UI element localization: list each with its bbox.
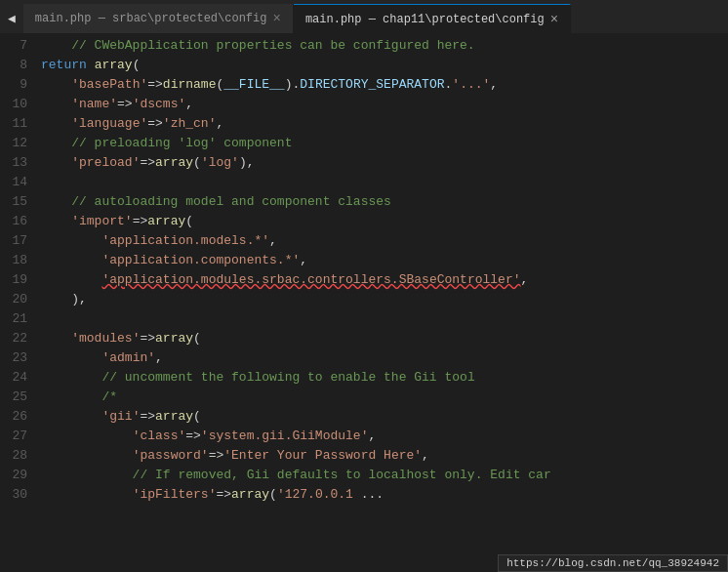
line-content-29: // If removed, Gii defaults to localhost…	[37, 466, 728, 485]
code-line-16: 16 'import'=>array(	[0, 212, 728, 231]
line-content-27: 'class'=>'system.gii.GiiModule',	[37, 427, 728, 446]
line-num-17: 17	[0, 231, 37, 251]
line-content-17: 'application.models.*',	[37, 231, 728, 251]
line-num-25: 25	[0, 388, 37, 407]
line-num-24: 24	[0, 368, 37, 388]
line-num-10: 10	[0, 95, 37, 114]
line-num-22: 22	[0, 329, 37, 348]
code-line-9: 9 'basePath'=>dirname(__FILE__).DIRECTOR…	[0, 75, 728, 95]
code-line-24: 24 // uncomment the following to enable …	[0, 368, 728, 388]
code-line-27: 27 'class'=>'system.gii.GiiModule',	[0, 427, 728, 446]
line-num-18: 18	[0, 251, 37, 270]
tab-bar: ◀ main.php — srbac\protected\config × ma…	[0, 0, 728, 34]
line-content-18: 'application.components.*',	[37, 251, 728, 270]
code-line-15: 15 // autoloading model and component cl…	[0, 192, 728, 212]
line-content-24: // uncomment the following to enable the…	[37, 368, 728, 388]
line-num-11: 11	[0, 114, 37, 134]
url-bar: https://blog.csdn.net/qq_38924942	[498, 554, 728, 572]
line-content-23: 'admin',	[37, 348, 728, 368]
code-line-20: 20 ),	[0, 290, 728, 309]
line-content-11: 'language'=>'zh_cn',	[37, 114, 728, 134]
line-content-12: // preloading 'log' component	[37, 134, 728, 153]
line-num-16: 16	[0, 212, 37, 231]
tab-chap11-label: main.php — chap11\protected\config	[305, 13, 545, 26]
code-line-29: 29 // If removed, Gii defaults to localh…	[0, 466, 728, 485]
code-line-30: 30 'ipFilters'=>array('127.0.0.1 ...	[0, 485, 728, 505]
line-content-30: 'ipFilters'=>array('127.0.0.1 ...	[37, 485, 728, 505]
line-num-23: 23	[0, 348, 37, 368]
line-num-20: 20	[0, 290, 37, 309]
tab-chap11[interactable]: main.php — chap11\protected\config ×	[294, 4, 571, 33]
code-line-23: 23 'admin',	[0, 348, 728, 368]
line-num-27: 27	[0, 427, 37, 446]
line-content-22: 'modules'=>array(	[37, 329, 728, 348]
code-line-10: 10 'name'=>'dscms',	[0, 95, 728, 114]
code-area: 7 // CWebApplication properties can be c…	[0, 34, 728, 572]
line-num-14: 14	[0, 173, 37, 192]
line-num-26: 26	[0, 407, 37, 427]
code-line-18: 18 'application.components.*',	[0, 251, 728, 270]
code-line-12: 12 // preloading 'log' component	[0, 134, 728, 153]
code-line-14: 14	[0, 173, 728, 192]
line-content-8: return array(	[37, 56, 728, 75]
code-line-11: 11 'language'=>'zh_cn',	[0, 114, 728, 134]
code-line-22: 22 'modules'=>array(	[0, 329, 728, 348]
code-line-25: 25 /*	[0, 388, 728, 407]
back-arrow-button[interactable]: ◀	[0, 4, 23, 33]
code-line-8: 8 return array(	[0, 56, 728, 75]
code-line-17: 17 'application.models.*',	[0, 231, 728, 251]
editor-container: ◀ main.php — srbac\protected\config × ma…	[0, 0, 728, 572]
code-line-13: 13 'preload'=>array('log'),	[0, 153, 728, 173]
line-content-19: 'application.modules.srbac.controllers.S…	[37, 270, 728, 290]
line-content-28: 'password'=>'Enter Your Password Here',	[37, 446, 728, 466]
line-num-13: 13	[0, 153, 37, 173]
line-content-7: // CWebApplication properties can be con…	[37, 36, 728, 56]
line-content-26: 'gii'=>array(	[37, 407, 728, 427]
tab-srbac-label: main.php — srbac\protected\config	[35, 12, 267, 25]
tab-srbac[interactable]: main.php — srbac\protected\config ×	[23, 4, 294, 33]
line-content-10: 'name'=>'dscms',	[37, 95, 728, 114]
line-content-13: 'preload'=>array('log'),	[37, 153, 728, 173]
line-content-9: 'basePath'=>dirname(__FILE__).DIRECTORY_…	[37, 75, 728, 95]
line-num-8: 8	[0, 56, 37, 75]
line-content-15: // autoloading model and component class…	[37, 192, 728, 212]
line-num-9: 9	[0, 75, 37, 95]
url-text: https://blog.csdn.net/qq_38924942	[506, 557, 719, 569]
line-content-25: /*	[37, 388, 728, 407]
line-num-21: 21	[0, 309, 37, 329]
line-num-30: 30	[0, 485, 37, 505]
tab-srbac-close[interactable]: ×	[272, 12, 280, 25]
code-line-26: 26 'gii'=>array(	[0, 407, 728, 427]
line-num-29: 29	[0, 466, 37, 485]
line-num-12: 12	[0, 134, 37, 153]
code-line-7: 7 // CWebApplication properties can be c…	[0, 36, 728, 56]
code-line-21: 21	[0, 309, 728, 329]
line-num-28: 28	[0, 446, 37, 466]
line-num-19: 19	[0, 270, 37, 290]
line-content-20: ),	[37, 290, 728, 309]
line-content-16: 'import'=>array(	[37, 212, 728, 231]
line-num-7: 7	[0, 36, 37, 56]
code-line-19: 19 'application.modules.srbac.controller…	[0, 270, 728, 290]
code-line-28: 28 'password'=>'Enter Your Password Here…	[0, 446, 728, 466]
tab-chap11-close[interactable]: ×	[550, 13, 558, 26]
line-num-15: 15	[0, 192, 37, 212]
